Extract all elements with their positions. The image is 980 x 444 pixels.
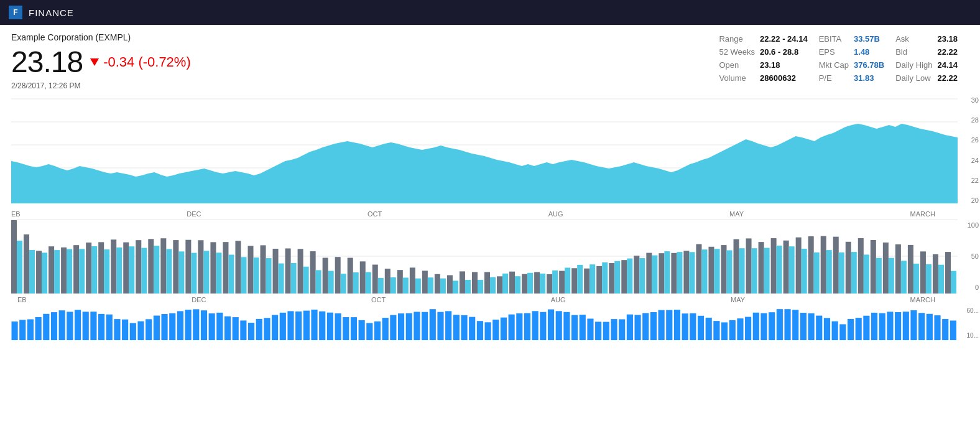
volume-label: Volume (719, 72, 760, 85)
svg-rect-52 (273, 249, 279, 294)
svg-rect-151 (889, 258, 894, 294)
svg-rect-128 (746, 238, 752, 294)
svg-rect-230 (548, 309, 554, 340)
eps-value: 1.48 (854, 45, 895, 58)
svg-rect-149 (876, 258, 882, 294)
svg-rect-22 (86, 243, 91, 294)
svg-rect-34 (160, 238, 166, 294)
svg-rect-156 (920, 251, 926, 294)
company-name: Example Corporation (EXMPL) (11, 32, 191, 42)
svg-rect-280 (942, 319, 948, 340)
svg-rect-236 (595, 321, 601, 340)
svg-rect-26 (111, 239, 116, 294)
price-axis-label-28: 28 (959, 116, 979, 124)
svg-rect-97 (552, 271, 558, 294)
svg-rect-42 (210, 242, 216, 294)
svg-rect-252 (721, 322, 728, 340)
svg-rect-197 (287, 311, 294, 340)
svg-rect-163 (19, 320, 25, 340)
svg-rect-276 (910, 310, 917, 340)
price-chart-wrapper: 30 28 26 24 22 20 (11, 93, 980, 208)
svg-rect-188 (216, 313, 223, 340)
svg-rect-84 (472, 272, 478, 294)
svg-rect-176 (122, 320, 128, 340)
price-axis-label-26: 26 (959, 136, 979, 144)
svg-rect-231 (556, 311, 562, 340)
svg-rect-257 (760, 313, 767, 340)
svg-rect-269 (856, 318, 862, 340)
svg-rect-58 (310, 251, 316, 294)
svg-rect-41 (203, 251, 209, 294)
indicator-axis-100: 100 (959, 221, 979, 229)
ind-x-label-may: MAY (731, 296, 745, 303)
daily-high-value: 24.14 (937, 58, 969, 72)
svg-rect-81 (453, 280, 458, 294)
svg-rect-139 (814, 252, 820, 294)
svg-rect-279 (934, 315, 940, 340)
svg-rect-59 (316, 270, 321, 294)
svg-rect-115 (664, 251, 670, 294)
svg-rect-183 (177, 311, 183, 340)
svg-rect-164 (27, 319, 34, 340)
svg-rect-12 (24, 234, 29, 294)
mini-chart-svg (11, 306, 958, 340)
svg-rect-119 (689, 252, 695, 294)
svg-rect-45 (228, 255, 234, 294)
ebita-value: 33.57B (854, 32, 895, 45)
svg-rect-38 (185, 240, 191, 294)
svg-rect-157 (926, 264, 931, 294)
svg-rect-229 (540, 312, 546, 340)
svg-rect-185 (193, 309, 199, 340)
svg-rect-254 (737, 318, 743, 340)
svg-marker-6 (11, 124, 958, 203)
svg-rect-191 (240, 320, 246, 340)
ind-x-label-aug: AUG (551, 296, 566, 303)
svg-rect-161 (951, 271, 956, 294)
svg-rect-189 (224, 317, 231, 340)
svg-rect-77 (428, 277, 433, 294)
svg-rect-217 (445, 311, 451, 340)
svg-rect-54 (285, 248, 291, 294)
svg-rect-80 (447, 275, 453, 294)
svg-rect-184 (185, 310, 192, 340)
svg-rect-70 (385, 269, 391, 294)
svg-rect-186 (201, 310, 207, 340)
svg-rect-178 (137, 321, 144, 340)
svg-rect-132 (771, 238, 777, 294)
mktcap-label: Mkt Cap (819, 58, 854, 72)
ind-x-label-oct: OCT (371, 296, 386, 303)
svg-rect-68 (372, 265, 378, 294)
svg-rect-147 (864, 254, 869, 294)
svg-rect-127 (739, 248, 745, 294)
svg-rect-213 (414, 312, 420, 340)
svg-rect-49 (254, 257, 259, 294)
svg-rect-137 (802, 249, 807, 294)
svg-rect-150 (883, 243, 889, 294)
svg-rect-125 (727, 250, 733, 294)
svg-rect-69 (378, 278, 384, 294)
svg-rect-210 (390, 315, 396, 340)
svg-rect-46 (235, 241, 241, 294)
svg-rect-240 (627, 315, 633, 340)
svg-rect-271 (871, 313, 877, 340)
svg-rect-105 (602, 262, 608, 294)
svg-rect-140 (821, 236, 826, 294)
svg-rect-253 (729, 320, 736, 340)
price-down-arrow-icon (90, 58, 99, 66)
indicator-chart-svg (11, 219, 958, 294)
svg-rect-93 (527, 273, 533, 294)
svg-rect-208 (374, 321, 381, 340)
svg-rect-107 (614, 261, 620, 294)
svg-rect-258 (769, 312, 775, 340)
svg-rect-226 (516, 313, 522, 340)
svg-rect-55 (291, 263, 297, 294)
indicator-y-axis: 100 50 0 (958, 219, 980, 294)
svg-rect-267 (839, 324, 846, 340)
svg-rect-117 (677, 252, 682, 294)
ebita-label: EBITA (819, 32, 854, 45)
svg-rect-126 (734, 239, 739, 294)
weeks52-value: 20.6 - 28.8 (760, 45, 819, 58)
svg-rect-182 (169, 313, 175, 340)
mktcap-value: 376.78B (854, 58, 895, 72)
svg-rect-259 (777, 309, 783, 340)
